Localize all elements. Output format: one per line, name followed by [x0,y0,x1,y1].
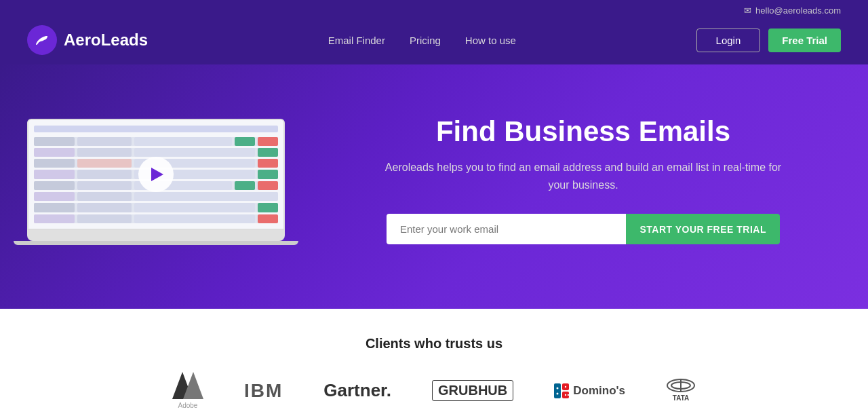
contact-email: hello@aeroleads.com [755,5,841,16]
client-logo-ibm: IBM [244,380,283,402]
hero-visual [27,119,298,241]
laptop-screen [27,119,285,230]
main-nav: Email Finder Pricing How to use [328,35,516,46]
svg-rect-3 [554,383,561,398]
free-trial-button[interactable]: Free Trial [768,29,841,52]
laptop-screen-inner [28,120,283,229]
hero-title: Find Business Emails [326,115,841,148]
svg-point-9 [565,394,566,395]
clients-title: Clients who trusts us [41,336,827,352]
play-icon [151,168,163,181]
header-top-bar: ✉ hello@aeroleads.com [27,0,841,18]
grubhub-text: GRUBHUB [432,380,513,401]
svg-text:TATA: TATA [673,394,689,402]
header-actions: Login Free Trial [696,29,841,52]
svg-point-8 [565,385,566,387]
hero-subtitle: Aeroleads helps you to find an email add… [380,159,787,193]
hero-section: Find Business Emails Aeroleads helps you… [0,64,868,309]
start-trial-button[interactable]: START YOUR FREE TRIAL [626,214,780,244]
clients-section: Clients who trusts us Adobe IBM Gartner.… [0,309,868,416]
svg-point-7 [557,392,559,394]
laptop-mockup [27,119,285,241]
client-logo-tata: TATA [666,379,696,403]
nav-email-finder[interactable]: Email Finder [328,35,385,46]
svg-point-6 [557,387,559,389]
client-logo-dominos: Domino's [554,383,625,398]
play-button[interactable] [138,157,174,192]
site-header: ✉ hello@aeroleads.com AeroLeads Email Fi… [0,0,868,64]
client-logo-gartner: Gartner. [323,380,391,401]
login-button[interactable]: Login [696,29,761,52]
email-icon: ✉ [744,5,751,16]
logo-icon [27,25,57,55]
nav-pricing[interactable]: Pricing [410,35,441,46]
hero-content: Find Business Emails Aeroleads helps you… [298,115,841,244]
client-logo-adobe: Adobe [172,372,203,409]
laptop-base [27,230,285,241]
clients-logos: Adobe IBM Gartner. GRUBHUB [41,372,827,409]
adobe-icon [172,372,203,399]
dominos-text: Domino's [573,384,625,398]
tata-icon: TATA [666,379,696,403]
dominos-icon [554,383,569,398]
adobe-label: Adobe [178,402,198,409]
header-main-row: AeroLeads Email Finder Pricing How to us… [27,18,841,64]
logo-link[interactable]: AeroLeads [27,25,148,55]
gartner-text: Gartner. [323,380,391,401]
nav-how-to-use[interactable]: How to use [465,35,516,46]
ibm-text: IBM [244,380,283,402]
client-logo-grubhub: GRUBHUB [432,380,513,401]
hero-form: START YOUR FREE TRIAL [387,214,780,244]
logo-text: AeroLeads [64,31,148,50]
email-input[interactable] [387,214,626,244]
